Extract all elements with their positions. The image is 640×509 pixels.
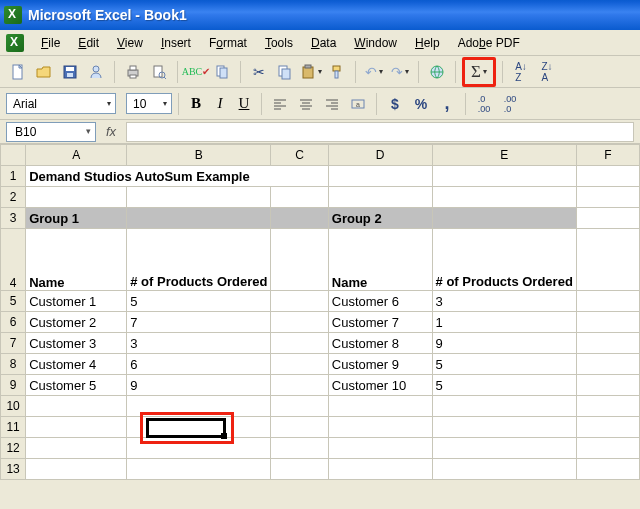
bold-button[interactable]: B — [185, 93, 207, 115]
cell-E7[interactable]: 9 — [432, 333, 576, 354]
cell-D5[interactable]: Customer 6 — [328, 291, 432, 312]
sort-asc-icon[interactable]: A↓Z — [509, 60, 533, 84]
cell-E5[interactable]: 3 — [432, 291, 576, 312]
paste-icon[interactable]: ▾ — [299, 60, 323, 84]
print-icon[interactable] — [121, 60, 145, 84]
cell-D7[interactable]: Customer 8 — [328, 333, 432, 354]
cell-D6[interactable]: Customer 7 — [328, 312, 432, 333]
cell-D3[interactable]: Group 2 — [328, 208, 432, 229]
research-icon[interactable] — [210, 60, 234, 84]
menu-window[interactable]: Window — [345, 32, 406, 54]
cell-B7[interactable]: 3 — [127, 333, 271, 354]
select-all-corner[interactable] — [1, 145, 26, 166]
cell-A6[interactable]: Customer 2 — [26, 312, 127, 333]
row-header-11[interactable]: 11 — [1, 417, 26, 438]
col-header-C[interactable]: C — [271, 145, 328, 166]
align-right-icon[interactable] — [320, 92, 344, 116]
cell-A8[interactable]: Customer 4 — [26, 354, 127, 375]
row-header-7[interactable]: 7 — [1, 333, 26, 354]
row-header-12[interactable]: 12 — [1, 438, 26, 459]
cell-A1[interactable]: Demand Studios AutoSum Example — [26, 166, 329, 187]
menu-tools[interactable]: Tools — [256, 32, 302, 54]
cell-B3[interactable] — [127, 208, 271, 229]
cell-F3[interactable] — [576, 208, 639, 229]
menu-insert[interactable]: Insert — [152, 32, 200, 54]
row-header-5[interactable]: 5 — [1, 291, 26, 312]
menu-data[interactable]: Data — [302, 32, 345, 54]
comma-button[interactable]: , — [435, 92, 459, 116]
permission-icon[interactable] — [84, 60, 108, 84]
cell-A3[interactable]: Group 1 — [26, 208, 127, 229]
col-header-B[interactable]: B — [127, 145, 271, 166]
workbook-icon[interactable] — [6, 34, 24, 52]
cell-C4[interactable] — [271, 229, 328, 291]
formula-input[interactable] — [126, 122, 634, 142]
cell-D4[interactable]: Name — [328, 229, 432, 291]
cell-D8[interactable]: Customer 9 — [328, 354, 432, 375]
cell-E6[interactable]: 1 — [432, 312, 576, 333]
cell-B6[interactable]: 7 — [127, 312, 271, 333]
menu-edit[interactable]: Edit — [69, 32, 108, 54]
cell-A7[interactable]: Customer 3 — [26, 333, 127, 354]
cell-B9[interactable]: 9 — [127, 375, 271, 396]
cell-E8[interactable]: 5 — [432, 354, 576, 375]
menu-view[interactable]: View — [108, 32, 152, 54]
redo-icon[interactable]: ↷▾ — [388, 60, 412, 84]
cell-A5[interactable]: Customer 1 — [26, 291, 127, 312]
cell-D1[interactable] — [328, 166, 432, 187]
menu-format[interactable]: Format — [200, 32, 256, 54]
spelling-icon[interactable]: ABC✔ — [184, 60, 208, 84]
cell-D9[interactable]: Customer 10 — [328, 375, 432, 396]
row-header-1[interactable]: 1 — [1, 166, 26, 187]
cell-A10[interactable] — [26, 396, 127, 417]
undo-icon[interactable]: ↶▾ — [362, 60, 386, 84]
row-header-13[interactable]: 13 — [1, 459, 26, 480]
save-icon[interactable] — [58, 60, 82, 84]
cut-icon[interactable]: ✂ — [247, 60, 271, 84]
row-header-4[interactable]: 4 — [1, 229, 26, 291]
row-header-3[interactable]: 3 — [1, 208, 26, 229]
align-left-icon[interactable] — [268, 92, 292, 116]
cell-B4[interactable]: # of Products Ordered — [127, 229, 271, 291]
cell-A9[interactable]: Customer 5 — [26, 375, 127, 396]
currency-button[interactable]: $ — [383, 92, 407, 116]
percent-button[interactable]: % — [409, 92, 433, 116]
cell-B5[interactable]: 5 — [127, 291, 271, 312]
col-header-D[interactable]: D — [328, 145, 432, 166]
cell-E4[interactable]: # of Products Ordered — [432, 229, 576, 291]
col-header-E[interactable]: E — [432, 145, 576, 166]
decrease-decimal-icon[interactable]: .00.0 — [498, 92, 522, 116]
row-header-9[interactable]: 9 — [1, 375, 26, 396]
font-selector[interactable]: Arial ▾ — [6, 93, 116, 114]
menu-file[interactable]: File — [32, 32, 69, 54]
copy-icon[interactable] — [273, 60, 297, 84]
cell-C3[interactable] — [271, 208, 328, 229]
cell-E3[interactable] — [432, 208, 576, 229]
cell-B8[interactable]: 6 — [127, 354, 271, 375]
underline-button[interactable]: U — [233, 93, 255, 115]
align-center-icon[interactable] — [294, 92, 318, 116]
autosum-button[interactable]: Σ▾ — [467, 60, 491, 84]
sort-desc-icon[interactable]: Z↓A — [535, 60, 559, 84]
row-header-6[interactable]: 6 — [1, 312, 26, 333]
open-icon[interactable] — [32, 60, 56, 84]
cell-A2[interactable] — [26, 187, 127, 208]
col-header-F[interactable]: F — [576, 145, 639, 166]
cell-B10[interactable] — [127, 396, 271, 417]
col-header-A[interactable]: A — [26, 145, 127, 166]
row-header-8[interactable]: 8 — [1, 354, 26, 375]
new-icon[interactable] — [6, 60, 30, 84]
cell-E9[interactable]: 5 — [432, 375, 576, 396]
format-painter-icon[interactable] — [325, 60, 349, 84]
merge-center-icon[interactable]: a — [346, 92, 370, 116]
hyperlink-icon[interactable] — [425, 60, 449, 84]
menu-help[interactable]: Help — [406, 32, 449, 54]
cell-F1[interactable] — [576, 166, 639, 187]
print-preview-icon[interactable] — [147, 60, 171, 84]
cell-E1[interactable] — [432, 166, 576, 187]
cell-F4[interactable] — [576, 229, 639, 291]
fx-label[interactable]: fx — [102, 124, 120, 139]
cell-A4[interactable]: Name — [26, 229, 127, 291]
italic-button[interactable]: I — [209, 93, 231, 115]
increase-decimal-icon[interactable]: .0.00 — [472, 92, 496, 116]
